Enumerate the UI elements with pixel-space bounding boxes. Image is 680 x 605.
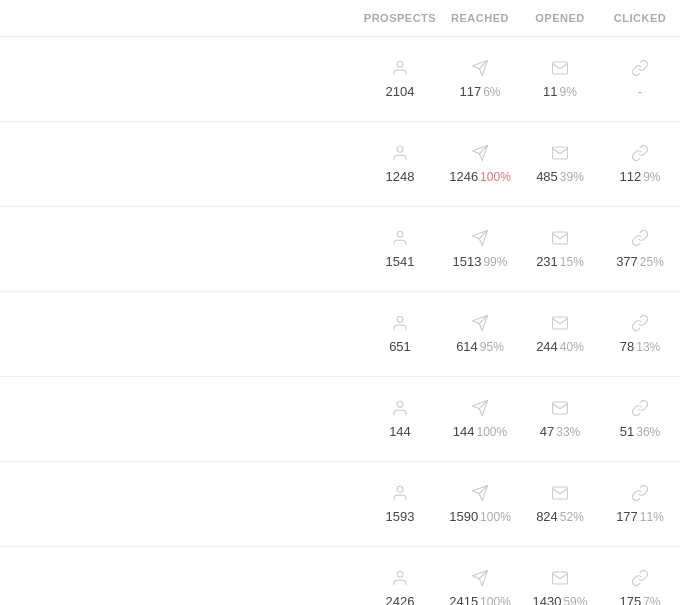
opened-icon <box>551 229 569 250</box>
opened-value: 143059% <box>533 594 588 605</box>
svg-point-3 <box>397 146 403 152</box>
cell-opened: 23115% <box>520 225 600 273</box>
prospects-value: 1593 <box>386 509 415 524</box>
svg-point-9 <box>397 316 403 322</box>
prospects-value: 1248 <box>386 169 415 184</box>
cell-prospects: 2426 <box>360 565 440 605</box>
reached-icon <box>471 59 489 80</box>
reached-value: 151399% <box>453 254 508 269</box>
row-columns: 1248 1246100% 48539% 1129% <box>360 140 680 188</box>
opened-value: 24440% <box>536 339 584 354</box>
prospects-icon <box>391 569 409 590</box>
clicked-icon <box>631 569 649 590</box>
clicked-icon <box>631 229 649 250</box>
cell-opened: 82452% <box>520 480 600 528</box>
row-left-spacer <box>0 474 360 534</box>
row-columns: 144 144100% 4733% 5136% <box>360 395 680 443</box>
clicked-value: 17711% <box>616 509 664 524</box>
opened-icon <box>551 314 569 335</box>
stats-table: PROSPECTS REACHED OPENED CLICKED 2104 11… <box>0 0 680 605</box>
cell-clicked: 37725% <box>600 225 680 273</box>
opened-icon <box>551 59 569 80</box>
cell-clicked: 7813% <box>600 310 680 358</box>
cell-reached: 61495% <box>440 310 520 358</box>
cell-opened: 4733% <box>520 395 600 443</box>
table-row: 2104 1176% 119% - <box>0 37 680 122</box>
header-reached: REACHED <box>440 8 520 28</box>
reached-icon <box>471 569 489 590</box>
row-columns: 651 61495% 24440% 7813% <box>360 310 680 358</box>
opened-icon <box>551 399 569 420</box>
row-left-spacer <box>0 219 360 279</box>
clicked-icon <box>631 59 649 80</box>
prospects-icon <box>391 144 409 165</box>
cell-reached: 144100% <box>440 395 520 443</box>
reached-icon <box>471 484 489 505</box>
row-left-spacer <box>0 134 360 194</box>
clicked-value: 37725% <box>616 254 664 269</box>
reached-value: 144100% <box>453 424 507 439</box>
prospects-value: 2426 <box>386 594 415 605</box>
row-columns: 1593 1590100% 82452% 17711% <box>360 480 680 528</box>
opened-icon <box>551 569 569 590</box>
header-prospects: PROSPECTS <box>360 8 440 28</box>
opened-icon <box>551 484 569 505</box>
svg-point-18 <box>397 571 403 577</box>
row-left-spacer <box>0 49 360 109</box>
reached-value: 2415100% <box>449 594 511 605</box>
svg-point-6 <box>397 231 403 237</box>
cell-prospects: 2104 <box>360 55 440 103</box>
clicked-icon <box>631 144 649 165</box>
header-left-spacer <box>0 8 360 28</box>
table-row: 1541 151399% 23115% 37725% <box>0 207 680 292</box>
cell-reached: 2415100% <box>440 565 520 605</box>
clicked-icon <box>631 484 649 505</box>
reached-icon <box>471 314 489 335</box>
reached-value: 1590100% <box>449 509 511 524</box>
cell-clicked: 5136% <box>600 395 680 443</box>
prospects-value: 1541 <box>386 254 415 269</box>
table-row: 651 61495% 24440% 7813% <box>0 292 680 377</box>
clicked-value: - <box>638 84 642 99</box>
prospects-icon <box>391 59 409 80</box>
svg-point-12 <box>397 401 403 407</box>
reached-icon <box>471 399 489 420</box>
prospects-icon <box>391 229 409 250</box>
prospects-value: 2104 <box>386 84 415 99</box>
cell-reached: 1246100% <box>440 140 520 188</box>
reached-value: 61495% <box>456 339 504 354</box>
svg-point-0 <box>397 61 403 67</box>
cell-prospects: 1541 <box>360 225 440 273</box>
opened-value: 119% <box>543 84 577 99</box>
row-columns: 2104 1176% 119% - <box>360 55 680 103</box>
table-body: 2104 1176% 119% - 1248 1246100% <box>0 37 680 605</box>
clicked-value: 5136% <box>620 424 661 439</box>
opened-value: 4733% <box>540 424 581 439</box>
cell-reached: 1590100% <box>440 480 520 528</box>
opened-value: 23115% <box>536 254 584 269</box>
svg-point-15 <box>397 486 403 492</box>
opened-icon <box>551 144 569 165</box>
clicked-icon <box>631 399 649 420</box>
cell-reached: 151399% <box>440 225 520 273</box>
clicked-value: 1757% <box>619 594 660 605</box>
prospects-icon <box>391 399 409 420</box>
cell-clicked: - <box>600 55 680 103</box>
prospects-value: 144 <box>389 424 411 439</box>
table-row: 2426 2415100% 143059% 1757% <box>0 547 680 605</box>
opened-value: 48539% <box>536 169 584 184</box>
row-left-spacer <box>0 304 360 364</box>
row-left-spacer <box>0 389 360 449</box>
clicked-value: 1129% <box>619 169 660 184</box>
cell-reached: 1176% <box>440 55 520 103</box>
cell-clicked: 1129% <box>600 140 680 188</box>
row-columns: 2426 2415100% 143059% 1757% <box>360 565 680 605</box>
table-row: 144 144100% 4733% 5136% <box>0 377 680 462</box>
reached-icon <box>471 229 489 250</box>
cell-prospects: 1248 <box>360 140 440 188</box>
cell-prospects: 1593 <box>360 480 440 528</box>
cell-clicked: 17711% <box>600 480 680 528</box>
cell-opened: 24440% <box>520 310 600 358</box>
header-opened: OPENED <box>520 8 600 28</box>
row-columns: 1541 151399% 23115% 37725% <box>360 225 680 273</box>
